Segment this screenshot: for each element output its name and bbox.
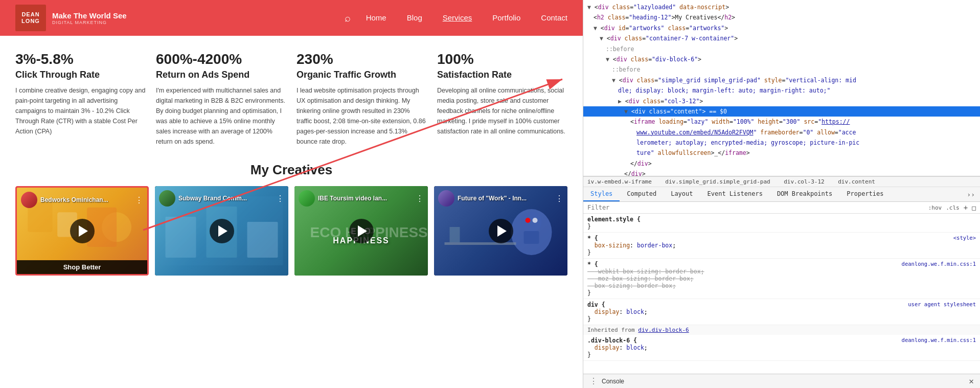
console-close-button[interactable]: ✕	[969, 376, 974, 386]
style-selector-element: element.style {	[587, 216, 976, 223]
stat-number-traffic: 230%	[297, 51, 427, 67]
stat-desc-ctr: I combine creative design, engaging copy…	[15, 85, 146, 136]
svg-point-12	[533, 218, 538, 223]
video-info-4: Future of "Work" - Inn... ⋮	[434, 186, 567, 211]
html-line-highlighted[interactable]: ▼ <div class="content"> == $0	[583, 106, 980, 117]
html-line: <h2 class="heading-12">My Creatives</h2>	[583, 12, 980, 22]
stat-number-roas: 600%-4200%	[156, 51, 286, 67]
video-dots-4[interactable]: ⋮	[555, 194, 563, 203]
website-panel: DEANLONG Make The World See DIGITAL MARK…	[0, 0, 583, 388]
svg-point-10	[521, 212, 542, 232]
style-brace-close-3: }	[587, 289, 976, 296]
stat-desc-satisfaction: Developing all online communications, so…	[437, 85, 567, 136]
style-block-star-dean-header: * { deanlong.we.f.min.css:1	[587, 261, 976, 268]
breadcrumb-col[interactable]: div.col-3-12	[784, 178, 824, 185]
video-play-1[interactable]	[70, 219, 95, 243]
style-block-element: element.style { }	[583, 214, 980, 233]
navbar: DEANLONG Make The World See DIGITAL MARK…	[0, 0, 583, 36]
devtools-html-pane[interactable]: ▼ <div class="lazyloaded" data-noscript>…	[583, 0, 980, 176]
video-thumb-2: Subway Brand Comm... ⋮	[155, 186, 288, 276]
console-bar: ⋮ Console ✕	[583, 374, 980, 388]
video-card-4[interactable]: Future of "Work" - Inn... ⋮	[434, 186, 567, 276]
html-line: ▼ <div class="div-block-6">	[583, 54, 980, 64]
inherited-from: Inherited from div.div-block-6	[583, 325, 980, 335]
nav-services[interactable]: Services	[443, 13, 472, 22]
tab-layout[interactable]: Layout	[664, 187, 700, 201]
video-info-1: Bedworks Ominichan... ⋮	[17, 188, 147, 212]
video-dots-1[interactable]: ⋮	[135, 195, 143, 205]
style-block-div-ua-header: div { user agent stylesheet	[587, 301, 976, 308]
styles-filter-bar: :hov .cls + □	[583, 202, 980, 214]
video-dots-3[interactable]: ⋮	[416, 194, 424, 203]
style-prop-display-block: display: block;	[587, 344, 976, 351]
video-card-2[interactable]: Subway Brand Comm... ⋮	[155, 186, 288, 276]
style-block-div-ua: div { user agent stylesheet display: blo…	[583, 299, 980, 325]
creatives-title: My Creatives	[15, 162, 567, 178]
video-avatar-4	[438, 190, 454, 207]
tab-overflow[interactable]: ››	[962, 188, 980, 201]
video-title-1: Bedworks Ominichan...	[37, 196, 135, 203]
devtools-styles-pane: :hov .cls + □ element.style { } * { <sty…	[583, 202, 980, 374]
video-info-3: IBE Toursim video lan... ⋮	[294, 186, 428, 211]
svg-rect-15	[450, 227, 460, 242]
stat-item-traffic: 230% Organic Traffic Growth I lead websi…	[297, 51, 427, 147]
tab-styles[interactable]: Styles	[583, 187, 620, 201]
style-prop-moz: -moz-box-sizing: border-box;	[587, 275, 976, 282]
style-brace-close-4: }	[587, 315, 976, 323]
logo-tagline-area: Make The World See DIGITAL MARKETING	[52, 11, 127, 25]
tab-dom-breakpoints[interactable]: DOM Breakpoints	[770, 187, 839, 201]
tab-event-listeners[interactable]: Event Listeners	[700, 187, 770, 201]
filter-box-icon[interactable]: □	[972, 204, 976, 212]
filter-cls[interactable]: .cls	[946, 204, 960, 211]
filter-pseudo[interactable]: :hov	[928, 204, 942, 211]
svg-rect-13	[524, 231, 539, 244]
style-prop-webkit: -webkit-box-sizing: border-box;	[587, 268, 976, 275]
html-line: </div>	[583, 169, 980, 176]
svg-rect-14	[445, 242, 516, 245]
video-card-1[interactable]: Bedworks Ominichan... ⋮ Shop Better	[15, 186, 149, 276]
style-brace-close-5: }	[587, 351, 976, 358]
breadcrumb-iv[interactable]: iv.w-embed.w-iframe	[587, 178, 652, 185]
tab-computed[interactable]: Computed	[620, 187, 664, 201]
video-play-2[interactable]	[210, 219, 234, 243]
html-line: www.youtube.com/embed/N5AdoR2FVQM" frame…	[583, 127, 980, 138]
stat-desc-traffic: I lead website optimisation projects thr…	[297, 85, 427, 147]
nav-portfolio[interactable]: Portfolio	[492, 13, 520, 22]
html-line: ture" allowfullscreen>_</iframe>	[583, 148, 980, 158]
styles-filter-input[interactable]	[587, 204, 924, 211]
style-block-star-header: * { <style>	[587, 235, 976, 242]
logo-area: DEANLONG Make The World See DIGITAL MARK…	[15, 5, 127, 31]
stat-desc-roas: I'm experienced with multichannel sales …	[156, 85, 286, 147]
stat-number-ctr: 3%-5.8%	[15, 51, 146, 67]
html-line: ▼ <div class="simple_grid simple_grid-pa…	[583, 75, 980, 85]
nav-contact[interactable]: Contact	[541, 13, 567, 22]
inherited-selector-link[interactable]: div.div-block-6	[638, 327, 689, 333]
video-dots-2[interactable]: ⋮	[276, 194, 284, 203]
logo-box: DEANLONG	[15, 5, 46, 31]
filter-plus[interactable]: +	[964, 203, 968, 212]
video-play-4[interactable]	[489, 219, 513, 243]
tab-properties[interactable]: Properties	[839, 187, 891, 201]
search-icon[interactable]: ⌕	[345, 12, 351, 24]
video-thumb-4: Future of "Work" - Inn... ⋮	[434, 186, 567, 276]
breadcrumb-simple-grid[interactable]: div.simple_grid.simple_grid-pad	[665, 178, 770, 185]
style-block-star: * { <style> box-sizing: border-box; }	[583, 233, 980, 259]
nav-home[interactable]: Home	[366, 13, 386, 22]
logo-text: DEANLONG	[21, 11, 40, 25]
video-title-4: Future of "Work" - Inn...	[454, 195, 555, 202]
stat-title-satisfaction: Satisfaction Rate	[437, 70, 567, 80]
breadcrumb-content[interactable]: div.content	[838, 178, 875, 185]
nav-blog[interactable]: Blog	[407, 13, 422, 22]
video-avatar-2	[159, 190, 175, 207]
html-line: ::before	[583, 64, 980, 75]
style-prop-boxsizing: box-sizing: border-box;	[587, 242, 976, 249]
svg-rect-7	[247, 222, 278, 258]
video-card-3[interactable]: ECO HAPPINESS IBE Toursim video lan... ⋮…	[294, 186, 428, 276]
stat-item-ctr: 3%-5.8% Click Through Rate I combine cre…	[15, 51, 146, 147]
nav-links: Home Blog Services Portfolio Contact	[366, 13, 567, 22]
style-brace-close: }	[587, 223, 976, 230]
video-play-3[interactable]	[349, 219, 374, 243]
console-label[interactable]: Console	[602, 378, 624, 385]
html-line: ▼ <div class="container-7 w-container">	[583, 33, 980, 43]
html-line: </div>	[583, 158, 980, 169]
